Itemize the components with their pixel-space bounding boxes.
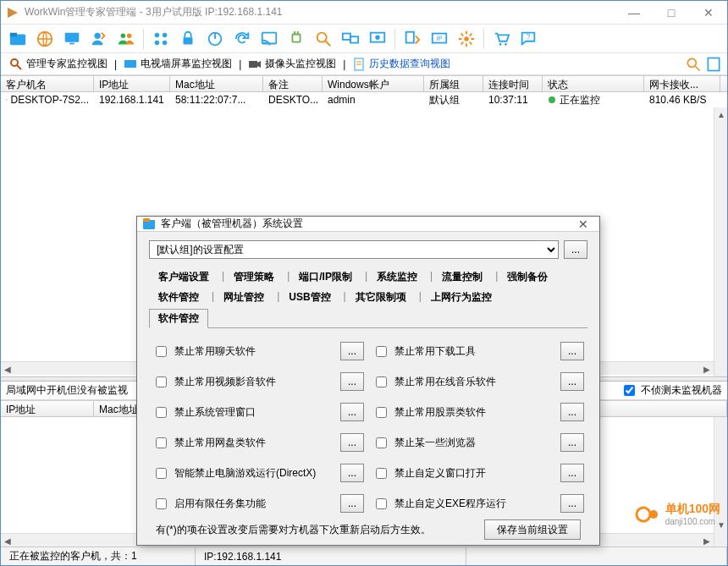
- globe-icon[interactable]: [33, 27, 57, 51]
- cast-icon[interactable]: [257, 27, 281, 51]
- option-input[interactable]: [156, 376, 167, 387]
- cart-icon[interactable]: [489, 27, 513, 51]
- scroll-left-icon[interactable]: ◀: [1, 534, 14, 547]
- option-checkbox[interactable]: 禁止系统管理窗口: [152, 404, 256, 420]
- tab-software-active[interactable]: 软件管控: [149, 309, 208, 328]
- option-checkbox[interactable]: 禁止常用视频影音软件: [152, 374, 276, 390]
- col-status[interactable]: 状态: [543, 76, 644, 91]
- col-mac[interactable]: Mac地址: [170, 76, 263, 91]
- config-more-button[interactable]: ...: [564, 240, 587, 259]
- option-more-button[interactable]: ...: [340, 403, 364, 421]
- option-row: 启用有限任务集功能...: [152, 494, 364, 513]
- monitor-icon[interactable]: [60, 27, 84, 51]
- option-more-button[interactable]: ...: [560, 403, 584, 421]
- screens-icon[interactable]: [339, 27, 362, 51]
- option-more-button[interactable]: ...: [560, 464, 584, 482]
- option-input[interactable]: [376, 407, 387, 418]
- tab-traffic[interactable]: 流量控制: [433, 267, 492, 286]
- lock-icon[interactable]: [176, 27, 200, 51]
- option-input[interactable]: [156, 346, 167, 357]
- option-checkbox[interactable]: 启用有限任务集功能: [152, 496, 266, 512]
- option-more-button[interactable]: ...: [560, 342, 584, 360]
- ip-icon[interactable]: IP: [427, 27, 451, 51]
- view-history[interactable]: 历史数据查询视图: [349, 55, 454, 73]
- option-checkbox[interactable]: 禁止自定义窗口打开: [372, 465, 486, 481]
- scroll-right-icon[interactable]: ▶: [700, 362, 714, 376]
- option-checkbox[interactable]: 禁止常用股票类软件: [372, 404, 486, 420]
- tab-usb[interactable]: USB管控: [279, 288, 339, 306]
- option-checkbox[interactable]: 禁止常用网盘类软件: [152, 435, 266, 451]
- option-input[interactable]: [376, 376, 387, 387]
- option-more-button[interactable]: ...: [560, 372, 584, 391]
- user-tool-icon[interactable]: [87, 27, 111, 51]
- view-tvwall[interactable]: 电视墙屏幕监控视图: [120, 55, 235, 73]
- save-button[interactable]: 保存当前组设置: [484, 519, 581, 540]
- option-input[interactable]: [376, 498, 387, 509]
- tab-policy[interactable]: 管理策略: [224, 267, 284, 286]
- tab-portip[interactable]: 端口/IP限制: [290, 267, 361, 286]
- minimize-button[interactable]: —: [615, 1, 653, 24]
- tab-backup[interactable]: 强制备份: [498, 267, 557, 286]
- grid-icon[interactable]: [149, 27, 173, 51]
- col-ip[interactable]: IP地址: [94, 76, 170, 91]
- option-checkbox[interactable]: 智能禁止电脑游戏运行(DirectX): [152, 465, 316, 481]
- tab-client[interactable]: 客户端设置: [149, 267, 218, 286]
- col-note[interactable]: 备注: [263, 76, 323, 91]
- option-more-button[interactable]: ...: [560, 433, 584, 452]
- tab-sysmon[interactable]: 系统监控: [367, 267, 427, 286]
- gear-icon[interactable]: [455, 27, 478, 51]
- lower-col-ip[interactable]: IP地址: [1, 401, 94, 416]
- option-checkbox[interactable]: 禁止自定义EXE程序运行: [372, 496, 506, 512]
- power-icon[interactable]: [203, 27, 227, 51]
- option-input[interactable]: [376, 468, 387, 479]
- option-input[interactable]: [156, 437, 167, 448]
- dialog-close-button[interactable]: ✕: [572, 217, 594, 231]
- tab-netbeh[interactable]: 上网行为监控: [422, 288, 501, 306]
- option-input[interactable]: [156, 498, 167, 509]
- option-input[interactable]: [156, 468, 167, 479]
- scroll-right-icon[interactable]: ▶: [700, 534, 714, 547]
- close-button[interactable]: ✕: [690, 1, 727, 24]
- option-more-button[interactable]: ...: [560, 494, 584, 513]
- option-input[interactable]: [376, 346, 387, 357]
- option-more-button[interactable]: ...: [340, 494, 364, 513]
- view-camera[interactable]: 摄像头监控视图: [245, 55, 339, 73]
- option-checkbox[interactable]: 禁止常用下载工具: [372, 343, 476, 360]
- option-checkbox[interactable]: 禁止常用在线音乐软件: [372, 374, 496, 390]
- note-icon[interactable]: [705, 56, 722, 73]
- display-icon[interactable]: [366, 27, 389, 51]
- view-monitor[interactable]: 管理专家监控视图: [6, 55, 111, 73]
- search-icon[interactable]: [312, 27, 335, 51]
- remote-icon[interactable]: [400, 27, 424, 51]
- refresh-icon[interactable]: [230, 27, 254, 51]
- client-row[interactable]: DESKTOP-7S2... 192.168.1.141 58:11:22:07…: [1, 92, 727, 107]
- maximize-button[interactable]: □: [653, 1, 690, 24]
- col-net[interactable]: 网卡接收...: [644, 76, 720, 91]
- no-detect-input[interactable]: [624, 385, 635, 396]
- scrollbar-vertical[interactable]: ▲ ▼: [714, 107, 727, 547]
- option-input[interactable]: [156, 407, 167, 418]
- option-input[interactable]: [376, 437, 387, 448]
- option-more-button[interactable]: ...: [340, 342, 364, 360]
- scroll-up-icon[interactable]: ▲: [714, 107, 728, 121]
- option-more-button[interactable]: ...: [340, 372, 364, 391]
- col-winuser[interactable]: Windows帐户: [323, 76, 424, 91]
- tab-software[interactable]: 软件管控: [149, 288, 208, 306]
- option-checkbox[interactable]: 禁止常用聊天软件: [152, 343, 256, 360]
- scroll-left-icon[interactable]: ◀: [1, 362, 14, 376]
- users-icon[interactable]: [114, 27, 138, 51]
- config-select[interactable]: [默认组]的设置配置: [149, 240, 559, 259]
- option-checkbox[interactable]: 禁止某一些浏览器: [372, 435, 476, 451]
- chat-icon[interactable]: ?: [516, 27, 540, 51]
- col-name[interactable]: 客户机名: [1, 76, 94, 91]
- search-small-icon[interactable]: [685, 56, 702, 73]
- option-more-button[interactable]: ...: [340, 464, 364, 482]
- col-group[interactable]: 所属组: [424, 76, 483, 91]
- no-detect-checkbox[interactable]: 不侦测未监视机器: [620, 382, 722, 398]
- tab-other[interactable]: 其它限制项: [346, 288, 416, 306]
- plug-icon[interactable]: [284, 27, 308, 51]
- col-time[interactable]: 连接时间: [483, 76, 543, 91]
- option-more-button[interactable]: ...: [340, 433, 364, 452]
- tab-url[interactable]: 网址管控: [214, 288, 273, 306]
- folder-icon[interactable]: [6, 27, 30, 51]
